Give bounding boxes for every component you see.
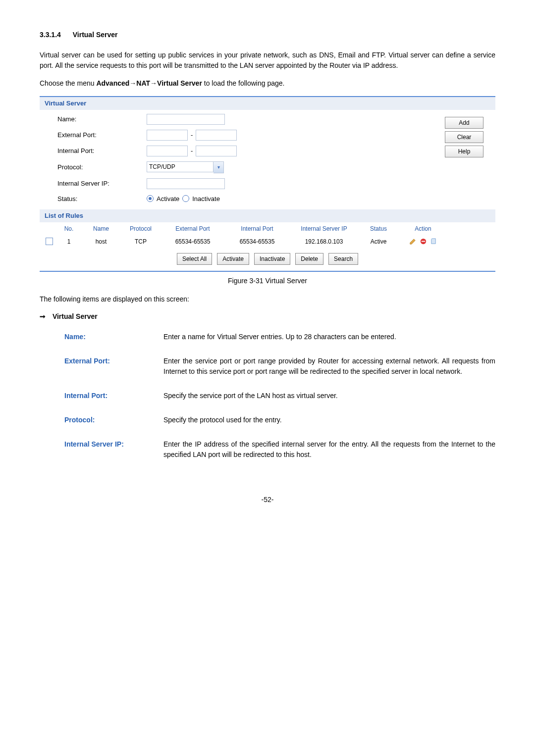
virtual-server-figure: Virtual Server Name: External Port: - In… [40,96,495,272]
menu-path: Advanced→NAT→Virtual Server [96,79,202,87]
search-button[interactable]: Search [328,253,358,265]
def-protocol-term: Protocol: [64,415,163,425]
internal-port-label: Internal Port: [57,146,147,156]
inactivate-button[interactable]: Inactivate [254,253,290,265]
section-number: 3.3.1.4 [40,31,61,39]
clear-button[interactable]: Clear [445,131,483,143]
col-internal-server-ip: Internal Server IP [289,224,359,233]
protocol-label: Protocol: [57,162,147,172]
col-no: No. [56,224,81,233]
figure-caption: Figure 3-31 Virtual Server [40,276,495,286]
delete-icon[interactable] [420,238,427,245]
cell-status: Active [359,237,398,246]
def-internal-server-ip-term: Internal Server IP: [64,439,163,450]
name-input[interactable] [147,114,225,125]
col-action: Action [398,224,448,233]
name-label: Name: [57,114,147,124]
col-protocol: Protocol [121,224,160,233]
external-port-to-input[interactable] [196,130,237,141]
definition-list: Name: Enter a name for Virtual Server en… [64,332,495,460]
col-name: Name [81,224,121,233]
status-inactivate-label: Inactivate [192,194,220,204]
menu-pre: Choose the menu [40,79,96,87]
cell-no: 1 [56,237,81,246]
def-external-port-desc: Enter the service port or port range pro… [163,356,495,377]
status-activate-label: Activate [157,194,179,204]
select-all-button[interactable]: Select All [177,253,212,265]
page-number: -52- [40,495,495,505]
menu-path-line: Choose the menu Advanced→NAT→Virtual Ser… [40,78,495,89]
add-button[interactable]: Add [445,117,483,129]
internal-server-ip-input[interactable] [147,178,225,189]
internal-port-to-input[interactable] [196,146,237,156]
def-protocol-desc: Specify the protocol used for the entry. [163,415,495,425]
col-status: Status [359,224,398,233]
intro-paragraph: Virtual server can be used for setting u… [40,50,495,71]
external-port-label: External Port: [57,130,147,140]
table-row: 1 host TCP 65534-65535 65534-65535 192.1… [40,235,495,248]
cell-protocol: TCP [121,237,160,246]
cell-external-port: 65534-65535 [160,237,225,246]
def-name-term: Name: [64,332,163,342]
protocol-value: TCP/UDP [147,161,214,172]
status-label: Status: [57,194,147,204]
activate-button[interactable]: Activate [217,253,249,265]
def-internal-port-term: Internal Port: [64,391,163,401]
rules-toolbar: Select All Activate Inactivate Delete Se… [40,248,495,271]
def-external-port-term: External Port: [64,356,163,366]
following-items-text: The following items are displayed on thi… [40,294,495,304]
svg-rect-1 [421,241,425,242]
menu-post: to load the following page. [202,79,285,87]
status-inactivate-radio[interactable] [182,195,189,202]
row-checkbox[interactable] [46,238,53,245]
rules-title: List of Rules [40,209,495,222]
cell-internal-server-ip: 192.168.0.103 [289,237,359,246]
cell-name: host [81,237,121,246]
section-title: Virtual Server [73,31,118,39]
status-activate-radio[interactable] [147,195,154,202]
bullet-label: Virtual Server [53,312,98,320]
internal-server-ip-label: Internal Server IP: [57,179,147,189]
bullet-virtual-server: Virtual Server [40,311,495,322]
protocol-select[interactable]: TCP/UDP ▾ [147,161,275,173]
external-port-from-input[interactable] [147,130,188,141]
edit-icon[interactable] [409,238,417,245]
def-internal-server-ip-desc: Enter the IP address of the specified in… [163,439,495,460]
def-internal-port-desc: Specify the service port of the LAN host… [163,391,495,401]
col-internal-port: Internal Port [225,224,289,233]
info-icon[interactable] [430,238,437,245]
help-button[interactable]: Help [445,146,483,157]
col-external-port: External Port [160,224,225,233]
internal-port-from-input[interactable] [147,146,188,156]
rules-header-row: No. Name Protocol External Port Internal… [40,222,495,235]
def-name-desc: Enter a name for Virtual Server entries.… [163,332,495,342]
delete-button[interactable]: Delete [295,253,323,265]
chevron-down-icon[interactable]: ▾ [214,161,224,173]
panel-title: Virtual Server [40,97,495,110]
cell-internal-port: 65534-65535 [225,237,289,246]
